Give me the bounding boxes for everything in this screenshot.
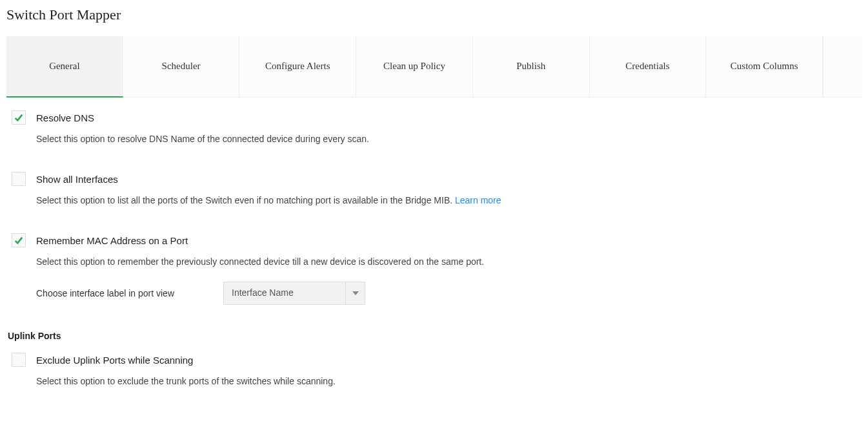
check-icon xyxy=(14,113,23,122)
interface-label-dropdown[interactable]: Interface Name xyxy=(223,282,365,305)
tab-scheduler[interactable]: Scheduler xyxy=(123,36,240,97)
page-title: Switch Port Mapper xyxy=(6,6,862,23)
learn-more-link[interactable]: Learn more xyxy=(455,195,501,205)
checkbox-remember-mac[interactable] xyxy=(12,233,26,247)
label-resolve-dns: Resolve DNS xyxy=(36,112,94,123)
desc-resolve-dns: Select this option to resolve DNS Name o… xyxy=(36,132,862,146)
interface-label-row: Choose interface label in port view Inte… xyxy=(36,282,862,305)
tab-clean-up-policy[interactable]: Clean up Policy xyxy=(356,36,473,97)
desc-remember-mac: Select this option to remember the previ… xyxy=(36,255,862,269)
setting-resolve-dns: Resolve DNS Select this option to resolv… xyxy=(6,110,862,146)
chevron-down-icon xyxy=(345,282,365,304)
interface-label-value: Interface Name xyxy=(224,282,345,304)
svg-marker-0 xyxy=(352,291,359,295)
tab-spacer xyxy=(823,36,862,97)
desc-text-show-all-interfaces: Select this option to list all the ports… xyxy=(36,195,455,205)
label-remember-mac: Remember MAC Address on a Port xyxy=(36,235,188,246)
checkbox-exclude-uplink[interactable] xyxy=(12,353,26,367)
check-icon xyxy=(14,236,23,245)
label-exclude-uplink: Exclude Uplink Ports while Scanning xyxy=(36,355,193,366)
desc-exclude-uplink: Select this option to exclude the trunk … xyxy=(36,375,862,388)
tab-custom-columns[interactable]: Custom Columns xyxy=(706,36,823,97)
content-area: Resolve DNS Select this option to resolv… xyxy=(6,98,862,408)
tab-configure-alerts[interactable]: Configure Alerts xyxy=(239,36,356,97)
tab-general[interactable]: General xyxy=(6,36,123,98)
desc-show-all-interfaces: Select this option to list all the ports… xyxy=(36,194,862,207)
tab-publish[interactable]: Publish xyxy=(473,36,590,97)
setting-show-all-interfaces: Show all Interfaces Select this option t… xyxy=(6,172,862,207)
checkbox-show-all-interfaces[interactable] xyxy=(12,172,26,186)
uplink-ports-header: Uplink Ports xyxy=(6,331,862,341)
setting-exclude-uplink: Exclude Uplink Ports while Scanning Sele… xyxy=(6,353,862,388)
interface-label-text: Choose interface label in port view xyxy=(36,288,197,298)
checkbox-resolve-dns[interactable] xyxy=(12,110,26,125)
tabs-container: General Scheduler Configure Alerts Clean… xyxy=(6,36,862,98)
label-show-all-interfaces: Show all Interfaces xyxy=(36,174,118,185)
setting-remember-mac: Remember MAC Address on a Port Select th… xyxy=(6,233,862,305)
tab-credentials[interactable]: Credentials xyxy=(590,36,707,97)
